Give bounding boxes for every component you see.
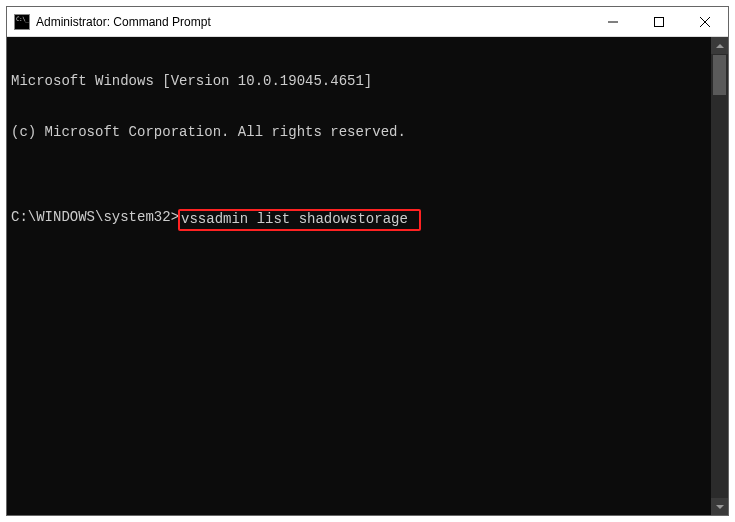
- command-text: vssadmin list shadowstorage: [181, 211, 408, 227]
- terminal-client-area: Microsoft Windows [Version 10.0.19045.46…: [7, 37, 728, 515]
- close-button[interactable]: [682, 7, 728, 36]
- scroll-thumb[interactable]: [713, 55, 726, 95]
- window-title: Administrator: Command Prompt: [36, 15, 590, 29]
- version-line: Microsoft Windows [Version 10.0.19045.46…: [11, 73, 707, 90]
- scroll-down-button[interactable]: [711, 498, 728, 515]
- chevron-up-icon: [716, 42, 724, 50]
- terminal-output[interactable]: Microsoft Windows [Version 10.0.19045.46…: [7, 37, 711, 515]
- chevron-down-icon: [716, 503, 724, 511]
- vertical-scrollbar[interactable]: [711, 37, 728, 515]
- minimize-button[interactable]: [590, 7, 636, 36]
- prompt-line: C:\WINDOWS\system32>vssadmin list shadow…: [11, 209, 707, 231]
- prompt-path: C:\WINDOWS\system32>: [11, 209, 179, 226]
- scroll-up-button[interactable]: [711, 37, 728, 54]
- window-controls: [590, 7, 728, 36]
- minimize-icon: [608, 17, 618, 27]
- close-icon: [700, 17, 710, 27]
- copyright-line: (c) Microsoft Corporation. All rights re…: [11, 124, 707, 141]
- maximize-icon: [654, 17, 664, 27]
- cmd-icon: [14, 14, 30, 30]
- command-highlight: vssadmin list shadowstorage: [178, 209, 421, 231]
- svg-rect-1: [655, 17, 664, 26]
- titlebar[interactable]: Administrator: Command Prompt: [7, 7, 728, 37]
- command-prompt-window: Administrator: Command Prompt Microsoft …: [6, 6, 729, 516]
- maximize-button[interactable]: [636, 7, 682, 36]
